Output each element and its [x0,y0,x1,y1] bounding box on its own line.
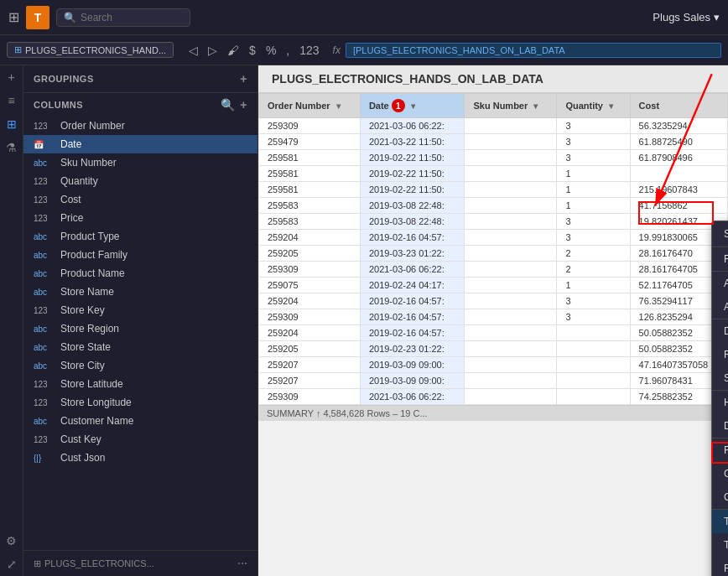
percent-icon[interactable]: % [263,42,279,59]
description-menu-item[interactable]: Set description [712,366,728,390]
plus-icon[interactable]: + [8,70,14,84]
data-table-wrapper[interactable]: Order Number ▾ Date 1 ▾ Sku Number ▾ Qua… [258,93,728,576]
table-cell: 259204 [259,230,361,246]
delete-menu-item[interactable]: Delete column Del [712,414,728,438]
back-icon[interactable]: ◁ [185,42,201,59]
col-type-icon: abc [34,324,54,334]
table-row: 2595832019-03-08 22:48:141.7156862 [259,198,728,214]
column-item-quantity[interactable]: 123Quantity [23,172,257,190]
table-cell [465,246,557,262]
column-item-cust-json[interactable]: {|}Cust Json [23,449,257,467]
forward-icon[interactable]: ▷ [205,42,221,59]
settings-icon[interactable]: ⚙ [6,534,17,547]
duplicate-menu-item[interactable]: Duplicate column ⇧ D [712,319,728,343]
col-name: Store State [60,341,111,353]
plugs-sales-label: Plugs Sales [653,11,710,23]
column-item-store-state[interactable]: abcStore State [23,338,257,356]
column-item-store-key[interactable]: 123Store Key [23,301,257,319]
search-input[interactable] [81,12,183,23]
column-item-cust-key[interactable]: 123Cust Key [23,430,257,449]
col-name: Price [60,212,83,224]
comma-icon[interactable]: , [283,42,293,59]
freeze-menu-item[interactable]: Freeze up to column [712,438,728,462]
plugs-sales-button[interactable]: Plugs Sales ▾ [653,11,720,23]
column-item-order-number[interactable]: 123Order Number [23,117,257,135]
table-cell: 2021-03-06 06:22: [360,389,465,405]
table-cell: 259204 [259,325,361,341]
table-row: 2595812019-02-22 11:50:1215.19607843 [259,182,728,198]
col-name: Store Key [60,304,105,316]
grid-view-icon[interactable]: ⊞ [7,117,17,131]
column-item-store-longitude[interactable]: 123Store Longitude [23,393,257,412]
plugs-label: PLUGS_ELECTRONICS... [44,558,154,568]
filter-menu-item[interactable]: Filter ⇧ F [712,246,728,271]
group-menu-item[interactable]: Group column ⇧ G [712,462,728,485]
table-cell: 259207 [259,373,361,389]
top-right: Plugs Sales ▾ [653,11,720,23]
table-row: 2592042019-02-16 04:57:376.35294117 [259,293,728,309]
add-lookup-menu-item[interactable]: Add column via lookup... [712,295,728,319]
column-item-store-region[interactable]: abcStore Region [23,319,257,338]
filter-icon[interactable]: ⚗ [6,141,17,154]
col-header-quantity[interactable]: Quantity ▾ [557,94,630,118]
transform-menu-item[interactable]: Transform ▶ [712,533,728,557]
paint-icon[interactable]: 🖌 [224,42,242,59]
col-header-date[interactable]: Date 1 ▾ [360,94,465,118]
plugs-electronics-item[interactable]: ⊞ PLUGS_ELECTRONICS... [34,558,154,569]
table-cell [465,357,557,373]
table-cell: 2019-02-24 04:17: [360,278,465,293]
search-columns-btn[interactable]: 🔍 [221,98,236,112]
table-icon-bottom: ⊞ [34,558,41,569]
table-cell: 259204 [259,293,361,309]
column-item-store-latitude[interactable]: 123Store Latitude [23,375,257,393]
summary-bar: SUMMARY ↑ 4,584,628 Rows – 19 C... [258,405,728,421]
tab-label[interactable]: ⊞ PLUGS_ELECTRONICS_HAND... [7,42,174,58]
number-icon[interactable]: 123 [296,42,322,59]
grid-icon[interactable]: ⊞ [8,9,19,25]
table-cell: 259205 [259,341,361,357]
add-column-menu-item[interactable]: Add new column ⇧ + [712,271,728,295]
table-cell: 2019-03-08 22:48: [360,198,465,214]
table-cell [557,373,630,389]
column-item-store-name[interactable]: abcStore Name [23,283,257,301]
dollar-icon[interactable]: $ [246,42,259,59]
transform-label: Transform [724,539,728,551]
column-item-product-family[interactable]: abcProduct Family [23,246,257,264]
rename-menu-item[interactable]: Rename column ⇧ R [712,343,728,366]
tableau-logo: T [26,6,49,29]
column-item-store-city[interactable]: abcStore City [23,356,257,375]
col-header-order[interactable]: Order Number ▾ [259,94,361,118]
hide-menu-item[interactable]: Hide column ⇧ H [712,390,728,414]
format-label: Format [724,563,728,574]
format-menu-item[interactable]: Format ▶ [712,557,728,576]
col-header-cost[interactable]: Cost [630,94,727,118]
add-grouping-btn[interactable]: + [240,72,247,86]
col-header-sku[interactable]: Sku Number ▾ [465,94,557,118]
column-item-cost[interactable]: 123Cost [23,190,257,209]
table-cell: 2019-02-16 04:57: [360,230,465,246]
col-type-icon: abc [34,251,54,260]
column-item-product-type[interactable]: abcProduct Type [23,227,257,246]
table-cell: 61.87908496 [630,150,727,166]
sheet-title: PLUGS_ELECTRONICS_HANDS_ON_LAB_DATA [258,65,728,93]
column-item-sku-number[interactable]: abcSku Number [23,153,257,172]
sort-menu-item[interactable]: SORT ↑↓ ↕ ⚙ [712,221,728,246]
lines-icon[interactable]: ≡ [8,94,14,107]
expand-icon[interactable]: ⤢ [7,558,17,571]
column-item-customer-name[interactable]: abcCustomer Name [23,412,257,430]
column-item-date[interactable]: 📅Date [23,135,257,153]
truncate-menu-item[interactable]: Truncate date ▶ [712,509,728,533]
column-item-product-name[interactable]: abcProduct Name [23,264,257,283]
col-type-icon: {|} [34,454,54,463]
table-row: 2594792021-03-22 11:50:361.88725490 [259,134,728,150]
description-label: Set description [724,372,728,384]
table-cell [465,293,557,309]
columns-header: COLUMNS 🔍 + [23,92,257,117]
details-menu-item[interactable]: Column details... ⌘ I [712,485,728,509]
more-options-btn[interactable]: ⋯ [237,558,247,569]
search-box[interactable]: 🔍 [56,8,190,27]
column-item-price[interactable]: 123Price [23,209,257,227]
table-row: 2592072019-03-09 09:00:71.96078431 [259,373,728,389]
add-column-btn[interactable]: + [240,98,247,112]
formula-content[interactable]: [PLUGS_ELECTRONICS_HANDS_ON_LAB_DATA [346,43,721,58]
